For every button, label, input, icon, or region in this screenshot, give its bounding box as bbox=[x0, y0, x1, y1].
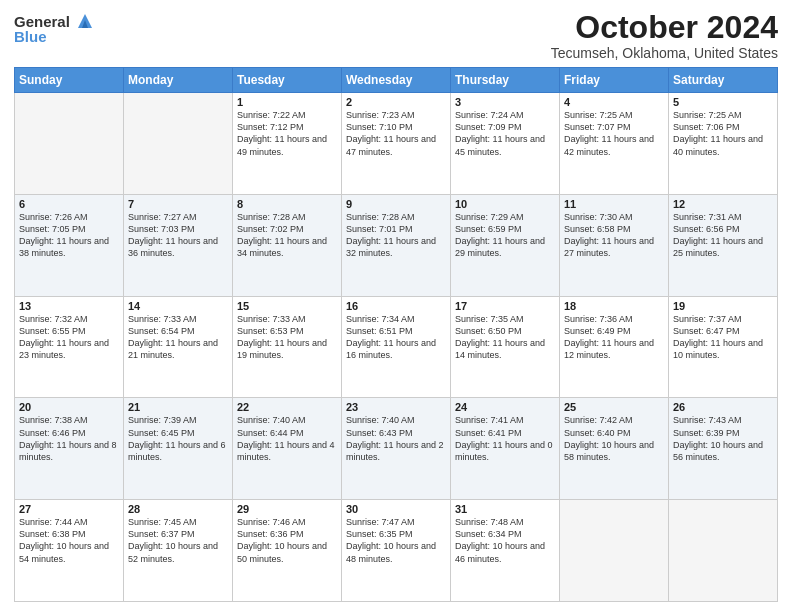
table-row: 28Sunrise: 7:45 AMSunset: 6:37 PMDayligh… bbox=[124, 500, 233, 602]
table-row: 9Sunrise: 7:28 AMSunset: 7:01 PMDaylight… bbox=[342, 194, 451, 296]
table-row: 5Sunrise: 7:25 AMSunset: 7:06 PMDaylight… bbox=[669, 93, 778, 195]
day-number: 10 bbox=[455, 198, 555, 210]
header-monday: Monday bbox=[124, 68, 233, 93]
day-info: Sunrise: 7:34 AMSunset: 6:51 PMDaylight:… bbox=[346, 313, 446, 362]
day-number: 16 bbox=[346, 300, 446, 312]
day-number: 6 bbox=[19, 198, 119, 210]
day-number: 29 bbox=[237, 503, 337, 515]
day-info: Sunrise: 7:35 AMSunset: 6:50 PMDaylight:… bbox=[455, 313, 555, 362]
day-number: 17 bbox=[455, 300, 555, 312]
day-info: Sunrise: 7:39 AMSunset: 6:45 PMDaylight:… bbox=[128, 414, 228, 463]
day-info: Sunrise: 7:25 AMSunset: 7:07 PMDaylight:… bbox=[564, 109, 664, 158]
calendar-table: Sunday Monday Tuesday Wednesday Thursday… bbox=[14, 67, 778, 602]
logo-icon bbox=[74, 10, 96, 32]
day-info: Sunrise: 7:28 AMSunset: 7:02 PMDaylight:… bbox=[237, 211, 337, 260]
calendar-week-row: 20Sunrise: 7:38 AMSunset: 6:46 PMDayligh… bbox=[15, 398, 778, 500]
table-row: 29Sunrise: 7:46 AMSunset: 6:36 PMDayligh… bbox=[233, 500, 342, 602]
day-info: Sunrise: 7:37 AMSunset: 6:47 PMDaylight:… bbox=[673, 313, 773, 362]
day-info: Sunrise: 7:46 AMSunset: 6:36 PMDaylight:… bbox=[237, 516, 337, 565]
table-row: 15Sunrise: 7:33 AMSunset: 6:53 PMDayligh… bbox=[233, 296, 342, 398]
table-row: 17Sunrise: 7:35 AMSunset: 6:50 PMDayligh… bbox=[451, 296, 560, 398]
calendar-week-row: 1Sunrise: 7:22 AMSunset: 7:12 PMDaylight… bbox=[15, 93, 778, 195]
table-row: 10Sunrise: 7:29 AMSunset: 6:59 PMDayligh… bbox=[451, 194, 560, 296]
table-row: 12Sunrise: 7:31 AMSunset: 6:56 PMDayligh… bbox=[669, 194, 778, 296]
table-row: 31Sunrise: 7:48 AMSunset: 6:34 PMDayligh… bbox=[451, 500, 560, 602]
day-info: Sunrise: 7:33 AMSunset: 6:53 PMDaylight:… bbox=[237, 313, 337, 362]
header-wednesday: Wednesday bbox=[342, 68, 451, 93]
table-row: 16Sunrise: 7:34 AMSunset: 6:51 PMDayligh… bbox=[342, 296, 451, 398]
day-info: Sunrise: 7:27 AMSunset: 7:03 PMDaylight:… bbox=[128, 211, 228, 260]
day-info: Sunrise: 7:43 AMSunset: 6:39 PMDaylight:… bbox=[673, 414, 773, 463]
day-number: 14 bbox=[128, 300, 228, 312]
table-row: 2Sunrise: 7:23 AMSunset: 7:10 PMDaylight… bbox=[342, 93, 451, 195]
day-number: 5 bbox=[673, 96, 773, 108]
day-info: Sunrise: 7:31 AMSunset: 6:56 PMDaylight:… bbox=[673, 211, 773, 260]
table-row: 26Sunrise: 7:43 AMSunset: 6:39 PMDayligh… bbox=[669, 398, 778, 500]
table-row: 21Sunrise: 7:39 AMSunset: 6:45 PMDayligh… bbox=[124, 398, 233, 500]
day-info: Sunrise: 7:30 AMSunset: 6:58 PMDaylight:… bbox=[564, 211, 664, 260]
table-row: 11Sunrise: 7:30 AMSunset: 6:58 PMDayligh… bbox=[560, 194, 669, 296]
day-number: 11 bbox=[564, 198, 664, 210]
table-row bbox=[124, 93, 233, 195]
calendar-week-row: 13Sunrise: 7:32 AMSunset: 6:55 PMDayligh… bbox=[15, 296, 778, 398]
day-number: 12 bbox=[673, 198, 773, 210]
day-number: 22 bbox=[237, 401, 337, 413]
table-row: 27Sunrise: 7:44 AMSunset: 6:38 PMDayligh… bbox=[15, 500, 124, 602]
day-number: 20 bbox=[19, 401, 119, 413]
location-title: Tecumseh, Oklahoma, United States bbox=[551, 45, 778, 61]
table-row: 6Sunrise: 7:26 AMSunset: 7:05 PMDaylight… bbox=[15, 194, 124, 296]
day-info: Sunrise: 7:33 AMSunset: 6:54 PMDaylight:… bbox=[128, 313, 228, 362]
table-row bbox=[669, 500, 778, 602]
day-info: Sunrise: 7:32 AMSunset: 6:55 PMDaylight:… bbox=[19, 313, 119, 362]
header-sunday: Sunday bbox=[15, 68, 124, 93]
day-number: 18 bbox=[564, 300, 664, 312]
table-row: 7Sunrise: 7:27 AMSunset: 7:03 PMDaylight… bbox=[124, 194, 233, 296]
day-number: 3 bbox=[455, 96, 555, 108]
day-info: Sunrise: 7:29 AMSunset: 6:59 PMDaylight:… bbox=[455, 211, 555, 260]
day-info: Sunrise: 7:42 AMSunset: 6:40 PMDaylight:… bbox=[564, 414, 664, 463]
day-number: 27 bbox=[19, 503, 119, 515]
table-row: 22Sunrise: 7:40 AMSunset: 6:44 PMDayligh… bbox=[233, 398, 342, 500]
day-info: Sunrise: 7:26 AMSunset: 7:05 PMDaylight:… bbox=[19, 211, 119, 260]
day-info: Sunrise: 7:22 AMSunset: 7:12 PMDaylight:… bbox=[237, 109, 337, 158]
day-info: Sunrise: 7:28 AMSunset: 7:01 PMDaylight:… bbox=[346, 211, 446, 260]
day-number: 1 bbox=[237, 96, 337, 108]
calendar-week-row: 27Sunrise: 7:44 AMSunset: 6:38 PMDayligh… bbox=[15, 500, 778, 602]
day-number: 9 bbox=[346, 198, 446, 210]
day-info: Sunrise: 7:38 AMSunset: 6:46 PMDaylight:… bbox=[19, 414, 119, 463]
day-number: 28 bbox=[128, 503, 228, 515]
table-row: 4Sunrise: 7:25 AMSunset: 7:07 PMDaylight… bbox=[560, 93, 669, 195]
month-title: October 2024 bbox=[551, 10, 778, 45]
table-row: 25Sunrise: 7:42 AMSunset: 6:40 PMDayligh… bbox=[560, 398, 669, 500]
title-block: October 2024 Tecumseh, Oklahoma, United … bbox=[551, 10, 778, 61]
table-row: 1Sunrise: 7:22 AMSunset: 7:12 PMDaylight… bbox=[233, 93, 342, 195]
table-row: 19Sunrise: 7:37 AMSunset: 6:47 PMDayligh… bbox=[669, 296, 778, 398]
calendar-week-row: 6Sunrise: 7:26 AMSunset: 7:05 PMDaylight… bbox=[15, 194, 778, 296]
day-info: Sunrise: 7:45 AMSunset: 6:37 PMDaylight:… bbox=[128, 516, 228, 565]
day-number: 25 bbox=[564, 401, 664, 413]
day-number: 19 bbox=[673, 300, 773, 312]
logo: General Blue bbox=[14, 10, 96, 45]
day-number: 21 bbox=[128, 401, 228, 413]
header-saturday: Saturday bbox=[669, 68, 778, 93]
day-number: 2 bbox=[346, 96, 446, 108]
day-info: Sunrise: 7:40 AMSunset: 6:44 PMDaylight:… bbox=[237, 414, 337, 463]
logo-blue: Blue bbox=[14, 28, 47, 45]
table-row: 20Sunrise: 7:38 AMSunset: 6:46 PMDayligh… bbox=[15, 398, 124, 500]
day-number: 7 bbox=[128, 198, 228, 210]
day-info: Sunrise: 7:44 AMSunset: 6:38 PMDaylight:… bbox=[19, 516, 119, 565]
day-info: Sunrise: 7:36 AMSunset: 6:49 PMDaylight:… bbox=[564, 313, 664, 362]
day-number: 15 bbox=[237, 300, 337, 312]
day-number: 8 bbox=[237, 198, 337, 210]
day-info: Sunrise: 7:41 AMSunset: 6:41 PMDaylight:… bbox=[455, 414, 555, 463]
day-number: 24 bbox=[455, 401, 555, 413]
table-row: 30Sunrise: 7:47 AMSunset: 6:35 PMDayligh… bbox=[342, 500, 451, 602]
day-number: 23 bbox=[346, 401, 446, 413]
table-row: 18Sunrise: 7:36 AMSunset: 6:49 PMDayligh… bbox=[560, 296, 669, 398]
table-row: 24Sunrise: 7:41 AMSunset: 6:41 PMDayligh… bbox=[451, 398, 560, 500]
table-row bbox=[15, 93, 124, 195]
weekday-header-row: Sunday Monday Tuesday Wednesday Thursday… bbox=[15, 68, 778, 93]
header-thursday: Thursday bbox=[451, 68, 560, 93]
day-info: Sunrise: 7:24 AMSunset: 7:09 PMDaylight:… bbox=[455, 109, 555, 158]
table-row bbox=[560, 500, 669, 602]
